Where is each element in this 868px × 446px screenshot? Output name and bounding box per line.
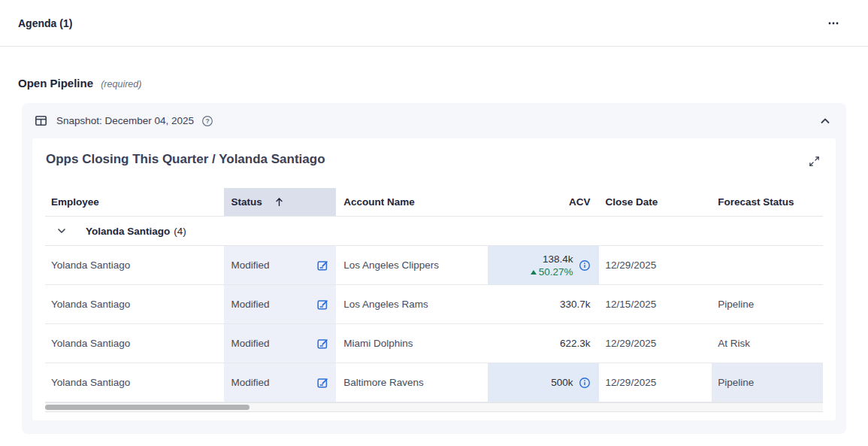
account-cell: Los Angeles Rams (336, 285, 488, 323)
status-cell: Modified (224, 285, 337, 323)
table-row: Yolanda Santiago Modified Los Angeles Ra… (45, 285, 823, 324)
sort-ascending-icon (274, 196, 285, 208)
forecast-cell: Pipeline (712, 363, 823, 402)
account-name: Los Angeles Clippers (343, 259, 439, 271)
account-name: Baltimore Ravens (343, 377, 424, 388)
pipeline-panel: Snapshot: December 04, 2025 ? Opps Closi… (22, 103, 846, 434)
account-cell: Baltimore Ravens (336, 363, 488, 402)
employee-cell: Yolanda Santiago (45, 246, 224, 284)
collapse-button[interactable] (818, 114, 833, 129)
column-header-employee[interactable]: Employee (45, 188, 224, 216)
section-label: Open Pipeline (required) (18, 77, 850, 90)
info-icon[interactable] (579, 377, 591, 389)
close-date-cell: 12/29/2025 (599, 363, 712, 402)
status-cell: Modified (224, 363, 337, 402)
chevron-down-icon[interactable] (56, 225, 68, 237)
required-label: (required) (101, 79, 141, 90)
column-header-status[interactable]: Status (224, 188, 337, 216)
status-header-label: Status (231, 196, 262, 208)
status-label: Modified (231, 338, 270, 349)
employee-name: Yolanda Santiago (51, 338, 130, 349)
acv-values: 622.3k (560, 337, 591, 350)
column-header-forecast-status[interactable]: Forecast Status (712, 188, 823, 216)
status-label: Modified (231, 377, 270, 388)
snapshot-header[interactable]: Snapshot: December 04, 2025 ? (22, 103, 846, 138)
employee-cell: Yolanda Santiago (45, 363, 224, 402)
employee-name: Yolanda Santiago (51, 299, 130, 310)
group-row[interactable]: Yolanda Santiago (4) (45, 217, 823, 246)
status-cell: Modified (224, 246, 337, 284)
acv-cell: 330.7k (488, 285, 599, 323)
report-card: Opps Closing This Quarter / Yolanda Sant… (32, 138, 836, 420)
close-date: 12/29/2025 (606, 259, 657, 271)
forecast-cell (712, 246, 823, 284)
scrollbar-thumb[interactable] (45, 405, 250, 410)
acv-values: 330.7k (560, 298, 591, 311)
forecast-status: Pipeline (718, 377, 754, 388)
forecast-status: Pipeline (718, 299, 754, 310)
edit-icon[interactable] (316, 299, 328, 311)
page-title: Agenda (1) (18, 17, 72, 29)
close-date: 12/29/2025 (606, 338, 657, 349)
table-row: Yolanda Santiago Modified Miami Dolphins… (45, 324, 823, 363)
section-title: Open Pipeline (18, 77, 93, 90)
acv-value: 330.7k (560, 298, 591, 311)
edit-icon[interactable] (316, 259, 328, 272)
overflow-menu-button[interactable] (826, 16, 841, 31)
status-label: Modified (231, 299, 270, 310)
account-name: Miami Dolphins (343, 338, 413, 349)
table-row: Yolanda Santiago Modified Baltimore Rave… (45, 363, 823, 402)
table-icon (35, 114, 47, 127)
card-header: Opps Closing This Quarter / Yolanda Sant… (32, 138, 836, 168)
table-row: Yolanda Santiago Modified Los Angeles Cl… (45, 246, 823, 285)
info-icon[interactable] (579, 259, 591, 272)
edit-icon[interactable] (316, 377, 328, 389)
account-name: Los Angeles Rams (343, 299, 428, 310)
status-label: Modified (231, 259, 270, 271)
account-cell: Miami Dolphins (336, 324, 488, 363)
expand-button[interactable] (807, 154, 821, 168)
employee-name: Yolanda Santiago (51, 259, 130, 271)
acv-cell: 138.4k 50.27% (488, 246, 599, 284)
table-body: Yolanda Santiago Modified Los Angeles Cl… (45, 246, 823, 402)
acv-values: 500k (551, 376, 573, 389)
acv-value: 500k (551, 376, 573, 389)
account-cell: Los Angeles Clippers (336, 246, 488, 284)
horizontal-scrollbar[interactable] (45, 402, 823, 412)
forecast-cell: Pipeline (712, 285, 823, 323)
chevron-up-icon (819, 115, 831, 127)
acv-value: 138.4k (543, 253, 573, 265)
employee-cell: Yolanda Santiago (45, 324, 224, 363)
acv-change: 50.27% (531, 265, 573, 278)
column-header-close-date[interactable]: Close Date (599, 188, 712, 216)
snapshot-label: Snapshot: December 04, 2025 (56, 115, 194, 126)
topbar: Agenda (1) (0, 0, 868, 47)
employee-name: Yolanda Santiago (51, 377, 130, 388)
card-title: Opps Closing This Quarter / Yolanda Sant… (46, 151, 325, 168)
employee-cell: Yolanda Santiago (45, 285, 224, 323)
acv-change-value: 50.27% (539, 265, 573, 278)
close-date: 12/29/2025 (606, 377, 657, 388)
ellipsis-icon (827, 17, 839, 29)
close-date-cell: 12/15/2025 (599, 285, 712, 323)
svg-text:?: ? (206, 117, 210, 125)
acv-cell: 622.3k (488, 324, 599, 363)
up-triangle-icon (531, 270, 537, 275)
acv-cell: 500k (488, 363, 599, 402)
pipeline-table: Employee Status Account Name ACV Close D… (45, 188, 823, 412)
column-header-account-name[interactable]: Account Name (336, 188, 488, 216)
group-name: Yolanda Santiago (86, 226, 170, 237)
expand-icon (809, 156, 820, 167)
acv-values: 138.4k 50.27% (531, 253, 573, 278)
status-cell: Modified (224, 324, 337, 363)
group-count: (4) (174, 226, 186, 237)
forecast-cell: At Risk (712, 324, 823, 363)
edit-icon[interactable] (316, 338, 328, 350)
acv-value: 622.3k (560, 337, 591, 350)
close-date-cell: 12/29/2025 (599, 324, 712, 363)
close-date: 12/15/2025 (606, 299, 657, 310)
forecast-status: At Risk (718, 338, 750, 349)
column-header-acv[interactable]: ACV (488, 188, 599, 216)
table-header-row: Employee Status Account Name ACV Close D… (45, 188, 823, 217)
help-icon[interactable]: ? (201, 115, 213, 127)
